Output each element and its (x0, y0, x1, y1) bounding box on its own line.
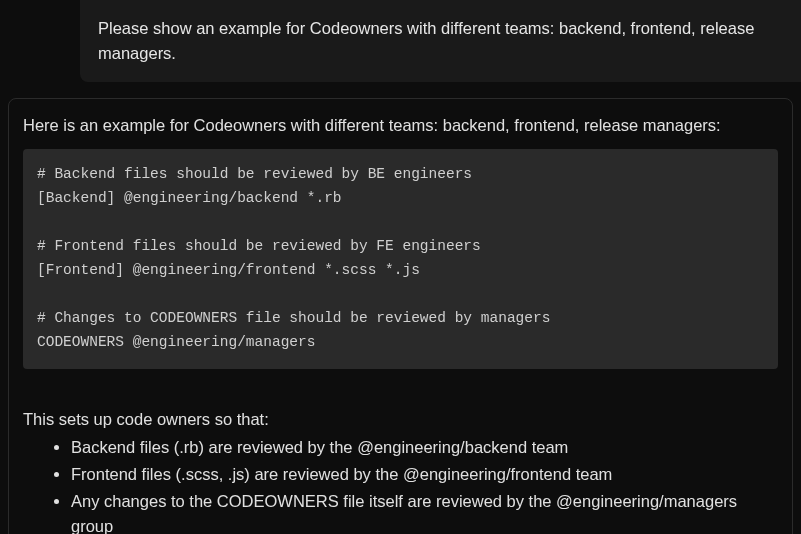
user-message: Please show an example for Codeowners wi… (80, 0, 801, 82)
code-block[interactable]: # Backend files should be reviewed by BE… (23, 149, 778, 368)
list-item: Backend files (.rb) are reviewed by the … (71, 435, 778, 460)
summary-bullet-list: Backend files (.rb) are reviewed by the … (23, 435, 778, 534)
assistant-message: Here is an example for Codeowners with d… (8, 98, 793, 535)
list-item: Frontend files (.scss, .js) are reviewed… (71, 462, 778, 487)
assistant-intro-text: Here is an example for Codeowners with d… (23, 113, 778, 138)
user-message-text: Please show an example for Codeowners wi… (98, 19, 754, 62)
summary-intro: This sets up code owners so that: (23, 407, 778, 432)
list-item: Any changes to the CODEOWNERS file itsel… (71, 489, 778, 534)
